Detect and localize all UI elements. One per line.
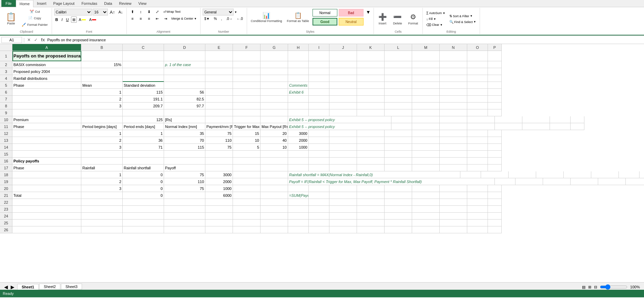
cell-n9[interactable] bbox=[440, 109, 467, 116]
cell-g10[interactable] bbox=[260, 116, 288, 123]
cell-b12[interactable]: 1 bbox=[81, 130, 123, 137]
cell-g6[interactable] bbox=[260, 89, 288, 96]
cell-b25[interactable] bbox=[81, 220, 123, 226]
cell-l5[interactable] bbox=[385, 82, 412, 89]
cell-n19[interactable] bbox=[626, 178, 644, 185]
cell-l20[interactable] bbox=[385, 185, 412, 192]
cell-f12[interactable]: 15 bbox=[233, 130, 260, 137]
cell-a21[interactable]: Total bbox=[12, 192, 81, 199]
cell-ref-input[interactable] bbox=[1, 37, 22, 43]
cell-f8[interactable] bbox=[233, 103, 260, 109]
cell-e11[interactable]: Payment/mm [Rs] bbox=[205, 123, 233, 130]
cell-o2[interactable] bbox=[467, 61, 488, 68]
cell-c15[interactable] bbox=[123, 151, 164, 158]
cell-l17[interactable] bbox=[385, 164, 412, 171]
cell-o7[interactable] bbox=[467, 96, 488, 103]
cell-d11[interactable]: Normal Index [mm] bbox=[164, 123, 205, 130]
sheet-tab-3[interactable]: Sheet3 bbox=[61, 284, 82, 290]
cell-p16[interactable] bbox=[488, 158, 502, 164]
cell-j18[interactable] bbox=[481, 171, 509, 178]
cell-n13[interactable] bbox=[440, 137, 467, 144]
cell-j26[interactable] bbox=[329, 226, 357, 233]
cell-p20[interactable] bbox=[488, 185, 502, 192]
format-button[interactable]: ⚙ Format bbox=[406, 9, 421, 29]
cell-i15[interactable] bbox=[309, 151, 329, 158]
cell-h8[interactable] bbox=[288, 103, 309, 109]
cell-f3[interactable] bbox=[233, 68, 260, 75]
cell-n14[interactable] bbox=[440, 144, 467, 151]
cell-g7[interactable] bbox=[260, 96, 288, 103]
cell-g21[interactable] bbox=[260, 192, 288, 199]
cell-f16[interactable] bbox=[233, 158, 260, 164]
cell-n12[interactable] bbox=[440, 130, 467, 137]
cell-k1[interactable] bbox=[357, 51, 385, 61]
cell-m2[interactable] bbox=[412, 61, 440, 68]
col-header-p[interactable]: P bbox=[488, 44, 502, 51]
cell-n1[interactable] bbox=[440, 51, 467, 61]
row-header-18[interactable]: 18 bbox=[0, 171, 12, 178]
cell-f7[interactable] bbox=[233, 96, 260, 103]
cell-d18[interactable]: 75 bbox=[164, 171, 205, 178]
cell-j7[interactable] bbox=[329, 96, 357, 103]
cell-d2[interactable]: p. 1 of the case bbox=[164, 61, 205, 68]
row-header-2[interactable]: 2 bbox=[0, 61, 12, 68]
cell-p18[interactable] bbox=[640, 171, 644, 178]
cell-g14[interactable]: 10 bbox=[260, 144, 288, 151]
cell-e21[interactable]: 6000 bbox=[205, 192, 233, 199]
cell-p17[interactable] bbox=[488, 164, 502, 171]
cell-f2[interactable] bbox=[233, 61, 260, 68]
cell-h4[interactable] bbox=[288, 75, 309, 82]
cell-e2[interactable] bbox=[205, 61, 233, 68]
row-header-19[interactable]: 19 bbox=[0, 178, 12, 185]
cell-m5[interactable] bbox=[412, 82, 440, 89]
cell-e17[interactable] bbox=[205, 164, 233, 171]
cell-c20[interactable]: 0 bbox=[123, 185, 164, 192]
cell-a9[interactable] bbox=[12, 109, 81, 116]
row-header-20[interactable]: 20 bbox=[0, 185, 12, 192]
cell-j12[interactable] bbox=[329, 130, 357, 137]
col-header-j[interactable]: J bbox=[329, 44, 357, 51]
cell-c14[interactable]: 71 bbox=[123, 144, 164, 151]
cell-d3[interactable] bbox=[164, 68, 205, 75]
cell-g1[interactable] bbox=[260, 51, 288, 61]
cell-f13[interactable]: 10 bbox=[233, 137, 260, 144]
cell-d16[interactable] bbox=[164, 158, 205, 164]
cell-p1[interactable] bbox=[488, 51, 502, 61]
cell-d21[interactable] bbox=[164, 192, 205, 199]
cell-d13[interactable]: 70 bbox=[164, 137, 205, 144]
formula-input[interactable] bbox=[47, 38, 643, 42]
cell-k6[interactable] bbox=[357, 89, 385, 96]
cell-m19[interactable] bbox=[598, 178, 626, 185]
cell-f18[interactable] bbox=[233, 171, 260, 178]
sheet-tab-2[interactable]: Sheet2 bbox=[39, 284, 60, 290]
cell-n7[interactable] bbox=[440, 96, 467, 103]
cell-m11[interactable] bbox=[495, 123, 522, 130]
col-header-k[interactable]: K bbox=[357, 44, 385, 51]
cell-k14[interactable] bbox=[357, 144, 385, 151]
cell-j5[interactable] bbox=[329, 82, 357, 89]
col-header-e[interactable]: E bbox=[205, 44, 233, 51]
cell-j14[interactable] bbox=[329, 144, 357, 151]
cell-m15[interactable] bbox=[412, 151, 440, 158]
font-color-btn[interactable]: A bbox=[88, 17, 98, 23]
cell-j20[interactable] bbox=[329, 185, 357, 192]
cell-n18[interactable] bbox=[591, 171, 619, 178]
cell-d5[interactable] bbox=[164, 82, 205, 89]
cell-p12[interactable] bbox=[488, 130, 502, 137]
row-header-21[interactable]: 21 bbox=[0, 192, 12, 199]
row-header-24[interactable]: 24 bbox=[0, 213, 12, 220]
cell-k21[interactable] bbox=[357, 192, 385, 199]
cell-e7[interactable] bbox=[205, 96, 233, 103]
cell-k15[interactable] bbox=[357, 151, 385, 158]
cell-j23[interactable] bbox=[329, 206, 357, 213]
cell-i16[interactable] bbox=[309, 158, 329, 164]
cell-b5[interactable]: Mean bbox=[81, 82, 123, 89]
cell-p26[interactable] bbox=[488, 226, 502, 233]
cell-p8[interactable] bbox=[488, 103, 502, 109]
cell-d19[interactable]: 110 bbox=[164, 178, 205, 185]
cell-m18[interactable] bbox=[564, 171, 591, 178]
cell-c8[interactable]: 209.7 bbox=[123, 103, 164, 109]
cell-g25[interactable] bbox=[260, 220, 288, 226]
cell-g4[interactable] bbox=[260, 75, 288, 82]
cell-c5[interactable]: Standard deviation bbox=[123, 82, 164, 89]
